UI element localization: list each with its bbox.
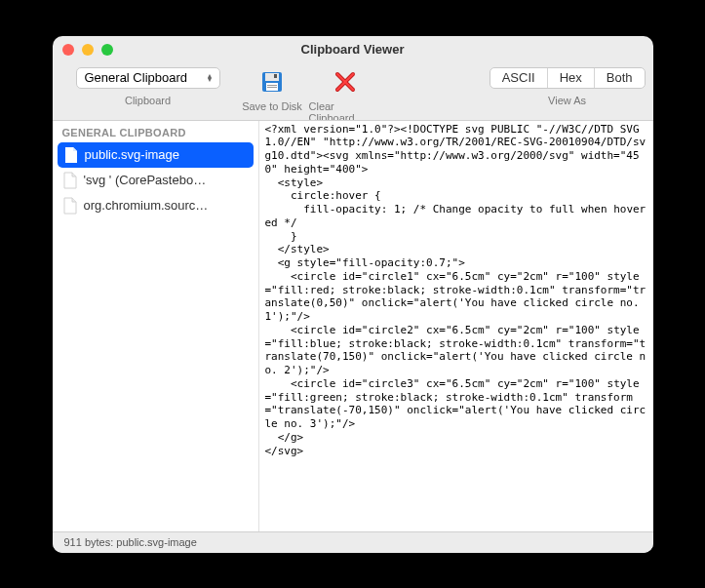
viewas-section: ASCII Hex Both View As: [490, 67, 646, 106]
close-button[interactable]: [62, 44, 74, 56]
svg-rect-2: [274, 74, 277, 78]
clipboard-select[interactable]: General Clipboard ▲▼: [76, 67, 220, 89]
minimize-button[interactable]: [82, 44, 94, 56]
traffic-lights: [62, 44, 113, 56]
svg-rect-5: [267, 87, 277, 88]
updown-icon: ▲▼: [207, 74, 214, 82]
viewas-segment-control: ASCII Hex Both: [490, 67, 646, 89]
clipboard-content-text: <?xml version="1.0"?><!DOCTYPE svg PUBLI…: [265, 123, 647, 458]
file-icon: [62, 197, 78, 215]
viewas-label: View As: [548, 95, 586, 106]
clipboard-select-value: General Clipboard: [85, 70, 188, 85]
svg-rect-4: [267, 85, 277, 86]
sidebar: GENERAL CLIPBOARD public.svg-image 'svg …: [53, 121, 259, 531]
clipboard-selector-section: General Clipboard ▲▼ Clipboard: [60, 67, 236, 106]
status-text: 911 bytes: public.svg-image: [64, 536, 197, 548]
file-icon: [63, 146, 79, 164]
toolbar: General Clipboard ▲▼ Clipboard Save to D…: [53, 63, 653, 120]
window-title: Clipboard Viewer: [53, 42, 653, 57]
file-icon: [62, 172, 78, 189]
content-pane[interactable]: <?xml version="1.0"?><!DOCTYPE svg PUBLI…: [259, 121, 653, 531]
clear-clipboard-button[interactable]: Clear Clipboard: [309, 67, 382, 124]
app-window: Clipboard Viewer General Clipboard ▲▼ Cl…: [53, 36, 653, 553]
zoom-button[interactable]: [101, 44, 113, 56]
sidebar-header: GENERAL CLIPBOARD: [53, 121, 258, 142]
sidebar-item-corepasteboard[interactable]: 'svg ' (CorePastebo…: [53, 168, 258, 193]
statusbar: 911 bytes: public.svg-image: [53, 531, 653, 553]
content-area: GENERAL CLIPBOARD public.svg-image 'svg …: [53, 120, 653, 531]
sidebar-item-label: public.svg-image: [85, 147, 180, 162]
sidebar-item-label: org.chromium.sourc…: [84, 198, 209, 213]
sidebar-item-chromium-source[interactable]: org.chromium.sourc…: [53, 193, 258, 218]
floppy-disk-icon: [259, 69, 285, 95]
x-delete-icon: [333, 69, 358, 95]
seg-both[interactable]: Both: [595, 68, 645, 88]
sidebar-item-svg-image[interactable]: public.svg-image: [58, 142, 254, 168]
seg-hex[interactable]: Hex: [548, 68, 595, 88]
titlebar: Clipboard Viewer: [53, 36, 653, 63]
save-to-disk-button[interactable]: Save to Disk: [236, 67, 309, 112]
sidebar-item-label: 'svg ' (CorePastebo…: [84, 173, 207, 187]
clipboard-section-label: Clipboard: [125, 95, 171, 106]
seg-ascii[interactable]: ASCII: [490, 68, 548, 88]
save-label: Save to Disk: [242, 100, 302, 112]
